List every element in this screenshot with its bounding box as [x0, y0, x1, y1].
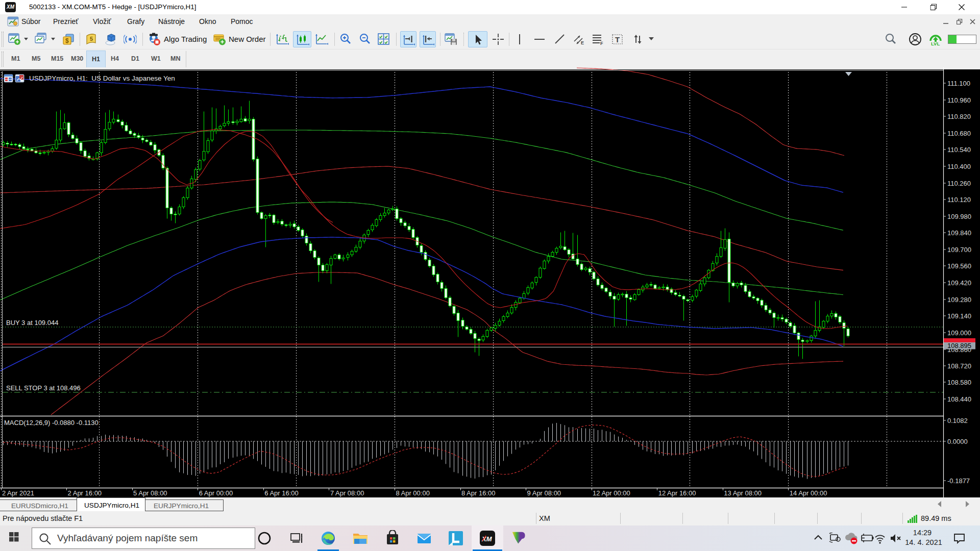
svg-text:7 Apr 08:00: 7 Apr 08:00	[330, 489, 364, 497]
svg-text:-0.1877: -0.1877	[947, 477, 970, 485]
svg-text:E: E	[581, 40, 584, 45]
svg-text:110.400: 110.400	[947, 163, 971, 170]
svg-text:110.820: 110.820	[947, 113, 971, 120]
svg-text:109.000: 109.000	[947, 329, 971, 337]
svg-text:109.420: 109.420	[947, 279, 971, 287]
svg-text:108.580: 108.580	[947, 379, 971, 386]
svg-text:8 Apr 00:00: 8 Apr 00:00	[396, 489, 430, 497]
svg-text:14 Apr 00:00: 14 Apr 00:00	[790, 489, 827, 497]
svg-text:2 Apr 16:00: 2 Apr 16:00	[68, 489, 102, 497]
svg-text:2 Apr 2021: 2 Apr 2021	[2, 489, 34, 497]
svg-text:BUY 3 at 109.044: BUY 3 at 109.044	[6, 319, 58, 327]
svg-text:109.280: 109.280	[947, 296, 971, 304]
svg-text:6 Apr 00:00: 6 Apr 00:00	[199, 489, 233, 497]
svg-text:109.140: 109.140	[947, 312, 971, 320]
svg-text:12 Apr 16:00: 12 Apr 16:00	[658, 489, 696, 497]
svg-text:SELL STOP 3 at 108.496: SELL STOP 3 at 108.496	[6, 384, 81, 392]
svg-text:9 Apr 08:00: 9 Apr 08:00	[527, 489, 561, 497]
svg-text:108.895: 108.895	[947, 342, 971, 349]
svg-text:T: T	[615, 35, 620, 44]
svg-text:111.100: 111.100	[947, 80, 970, 87]
svg-text:LVL: LVL	[931, 41, 940, 46]
svg-text:6 Apr 16:00: 6 Apr 16:00	[264, 489, 299, 497]
svg-text:110.680: 110.680	[947, 130, 971, 137]
svg-text:0.0000: 0.0000	[947, 438, 968, 445]
svg-text:110.540: 110.540	[947, 146, 971, 154]
svg-text:110.120: 110.120	[947, 196, 971, 204]
svg-text:F: F	[600, 41, 603, 46]
svg-text:109.980: 109.980	[947, 213, 971, 220]
svg-text:MACD(12,26,9) -0.0880 -0.1130: MACD(12,26,9) -0.0880 -0.1130	[4, 419, 99, 427]
svg-text:110.260: 110.260	[947, 180, 971, 187]
svg-text:108.720: 108.720	[947, 362, 971, 370]
svg-text:109.700: 109.700	[947, 246, 971, 254]
svg-text:5: 5	[90, 36, 93, 42]
svg-text:109.560: 109.560	[947, 262, 971, 270]
svg-text:12 Apr 00:00: 12 Apr 00:00	[593, 489, 630, 497]
svg-text:XM: XM	[481, 535, 493, 543]
svg-text:108.440: 108.440	[947, 395, 971, 403]
svg-text:8 Apr 16:00: 8 Apr 16:00	[461, 489, 496, 497]
svg-text:109.840: 109.840	[947, 229, 971, 237]
svg-text:USDJPYmicro, H1: US Dollar vs: USDJPYmicro, H1: US Dollar vs Japanese Y…	[29, 74, 175, 82]
svg-text:0.1082: 0.1082	[947, 417, 968, 424]
svg-text:110.960: 110.960	[947, 96, 971, 104]
svg-text:$: $	[65, 37, 69, 44]
svg-text:5 Apr 08:00: 5 Apr 08:00	[133, 489, 167, 497]
svg-text:13 Apr 08:00: 13 Apr 08:00	[724, 489, 762, 497]
